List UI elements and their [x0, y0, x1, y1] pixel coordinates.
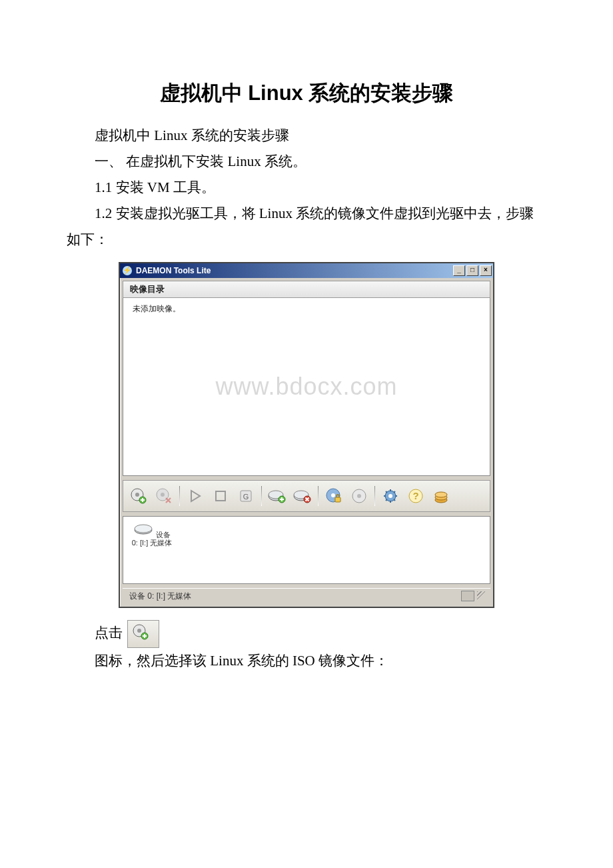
play-button[interactable]	[184, 485, 207, 507]
disc-lock-button[interactable]	[322, 485, 345, 507]
stop-icon	[214, 489, 227, 503]
daemon-tools-window: ⚡ DAEMON Tools Lite _ □ × 映像目录 未添加映像。 ww…	[119, 262, 494, 608]
svg-text:G: G	[243, 493, 249, 501]
toolbar-divider	[318, 486, 318, 506]
settings-gear-icon	[382, 487, 399, 505]
help-button[interactable]: ?	[404, 485, 427, 507]
coins-icon	[432, 487, 450, 505]
paragraph: 一、 在虚拟机下安装 Linux 系统。	[67, 149, 546, 175]
paragraph: 图标，然后选择该 Linux 系统的 ISO 镜像文件：	[67, 648, 546, 674]
document-title: 虚拟机中 Linux 系统的安装步骤	[67, 80, 546, 107]
paragraph: 1.2 安装虚拟光驱工具，将 Linux 系统的镜像文件虚拟到光驱中去，步骤如下…	[67, 201, 546, 253]
close-button[interactable]: ×	[480, 265, 492, 276]
status-bar: 设备 0: [I:] 无媒体	[123, 588, 490, 604]
stop-button[interactable]	[209, 485, 232, 507]
svg-point-25	[435, 492, 447, 497]
remove-device-icon	[293, 488, 312, 504]
svg-point-15	[331, 493, 335, 497]
svg-point-18	[357, 494, 361, 498]
status-text: 设备 0: [I:] 无媒体	[129, 591, 458, 602]
status-tray-icon	[461, 591, 474, 601]
svg-point-1	[135, 493, 139, 497]
mount-region-icon: G	[239, 489, 253, 503]
add-image-icon	[132, 623, 149, 641]
paragraph: 点击	[67, 620, 546, 648]
image-catalog-header: 映像目录	[123, 281, 490, 298]
virtual-device-item[interactable]: 设备 0: [I:] 无媒体	[130, 522, 174, 547]
maximize-button[interactable]: □	[466, 265, 478, 276]
resize-gripper-icon[interactable]	[477, 591, 486, 601]
remove-device-button[interactable]	[291, 485, 314, 507]
drive-icon	[133, 522, 153, 535]
settings-button[interactable]	[379, 485, 402, 507]
paragraph: 1.1 安装 VM 工具。	[67, 175, 546, 201]
window-titlebar[interactable]: ⚡ DAEMON Tools Lite _ □ ×	[120, 263, 493, 278]
remove-image-icon	[155, 487, 173, 505]
disc-icon	[351, 488, 367, 504]
click-label: 点击	[95, 624, 123, 640]
add-image-button[interactable]	[127, 485, 150, 507]
help-icon: ?	[408, 488, 424, 504]
disc-lock-icon	[325, 487, 342, 505]
svg-point-20	[388, 494, 392, 498]
add-device-icon	[268, 488, 287, 504]
mount-region-button[interactable]: G	[235, 485, 257, 507]
coins-button[interactable]	[430, 485, 452, 507]
svg-text:?: ?	[412, 490, 418, 501]
device-panel[interactable]: 设备 0: [I:] 无媒体	[123, 516, 490, 584]
svg-rect-5	[216, 491, 225, 501]
minimize-button[interactable]: _	[453, 265, 465, 276]
play-icon	[188, 489, 203, 503]
app-icon: ⚡	[123, 266, 132, 275]
window-title: DAEMON Tools Lite	[136, 266, 211, 275]
svg-point-4	[161, 493, 165, 497]
add-image-icon	[130, 487, 147, 505]
disc-button[interactable]	[348, 485, 370, 507]
toolbar: G	[123, 480, 490, 512]
svg-point-27	[135, 525, 152, 533]
empty-list-text: 未添加映像。	[133, 304, 181, 313]
add-device-button[interactable]	[266, 485, 289, 507]
toolbar-divider	[179, 486, 180, 506]
paragraph: 虚拟机中 Linux 系统的安装步骤	[67, 123, 546, 149]
toolbar-divider	[374, 486, 375, 506]
toolbar-divider	[261, 486, 262, 506]
image-catalog-list[interactable]: 未添加映像。 www.bdocx.com	[123, 298, 490, 476]
remove-image-button[interactable]	[153, 485, 175, 507]
svg-rect-16	[335, 497, 340, 502]
svg-point-29	[137, 629, 141, 633]
inline-add-image-icon-reference	[127, 620, 159, 648]
watermark-text: www.bdocx.com	[215, 373, 397, 401]
